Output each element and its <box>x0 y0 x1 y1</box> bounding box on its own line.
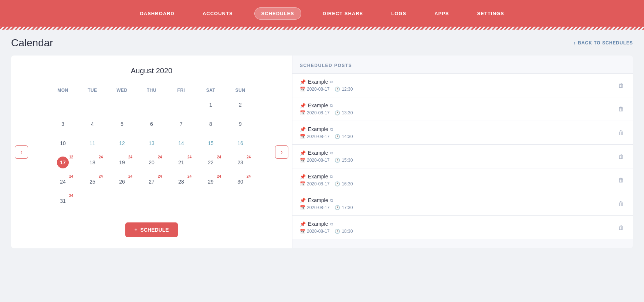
calendar-cell[interactable]: 2427 <box>137 174 166 192</box>
calendar-day-number[interactable]: 7 <box>175 118 187 130</box>
calendar-cell[interactable]: 13 <box>137 136 166 154</box>
calendar-cell[interactable]: 2428 <box>166 174 196 192</box>
calendar-cell[interactable]: 2 <box>226 97 255 115</box>
calendar-cell[interactable]: 2431 <box>48 194 78 211</box>
calendar-icon: 📅 <box>300 87 305 92</box>
calendar-cell[interactable]: 2424 <box>48 174 78 192</box>
calendar-cell[interactable]: 4 <box>78 117 107 134</box>
calendar-cell[interactable]: 14 <box>166 136 196 154</box>
calendar-day-number[interactable]: 1 <box>205 99 217 111</box>
calendar-cell[interactable]: 2425 <box>78 174 107 192</box>
calendar-day-number[interactable]: 11 <box>87 137 98 149</box>
calendar-day-number[interactable]: 13 <box>146 137 157 149</box>
delete-post-button[interactable]: 🗑 <box>617 175 626 185</box>
calendar-cell[interactable]: 6 <box>137 117 166 134</box>
nav-item-apps[interactable]: APPS <box>428 8 455 19</box>
delete-post-button[interactable]: 🗑 <box>617 81 626 90</box>
calendar-cell[interactable]: 2422 <box>196 155 226 173</box>
calendar-day-number[interactable]: 4 <box>87 118 98 130</box>
delete-post-button[interactable]: 🗑 <box>617 104 626 114</box>
calendar-day-number[interactable]: 25 <box>87 176 98 188</box>
external-link-icon[interactable]: ⧉ <box>330 174 333 179</box>
calendar-prev-button[interactable]: ‹ <box>15 145 28 159</box>
nav-item-settings[interactable]: SETTINGS <box>471 8 511 19</box>
post-time-meta: 🕐 18:30 <box>335 229 353 234</box>
nav-item-dashboard[interactable]: DASHBOARD <box>133 8 181 19</box>
post-date-meta: 📅 2020-08-17 <box>300 110 329 115</box>
calendar-day-number[interactable]: 23 <box>234 157 246 168</box>
external-link-icon[interactable]: ⧉ <box>330 127 333 132</box>
calendar-cell[interactable]: 2421 <box>166 155 196 173</box>
calendar-day-number[interactable]: 18 <box>87 157 98 168</box>
post-name: Example <box>308 79 328 85</box>
calendar-badge: 24 <box>247 155 251 159</box>
calendar-day-number[interactable]: 22 <box>205 157 217 168</box>
calendar-cell[interactable]: 5 <box>107 117 137 134</box>
external-link-icon[interactable]: ⧉ <box>330 222 333 226</box>
calendar-next-button[interactable]: › <box>275 145 288 159</box>
weekday-label-wed: WED <box>107 86 137 94</box>
calendar-day-number[interactable]: 10 <box>57 137 69 149</box>
nav-item-logs[interactable]: LOGS <box>384 8 413 19</box>
calendar-cell[interactable]: 2423 <box>226 155 255 173</box>
calendar-cell[interactable]: 7 <box>166 117 196 134</box>
clock-icon: 🕐 <box>335 134 340 139</box>
calendar-cell[interactable]: 10 <box>48 136 78 154</box>
calendar-day-number[interactable]: 17 <box>57 157 69 168</box>
calendar-day-number[interactable]: 20 <box>146 157 157 168</box>
calendar-cell[interactable]: 2420 <box>137 155 166 173</box>
calendar-cell[interactable]: 1217 <box>48 155 78 173</box>
calendar-cell[interactable]: 16 <box>226 136 255 154</box>
delete-post-button[interactable]: 🗑 <box>617 152 626 161</box>
calendar-day-number[interactable]: 29 <box>205 176 217 188</box>
calendar-cell[interactable]: 2430 <box>226 174 255 192</box>
nav-item-accounts[interactable]: ACCOUNTS <box>196 8 240 19</box>
calendar-day-number[interactable]: 16 <box>234 137 246 149</box>
weekday-label-mon: MON <box>48 86 78 94</box>
external-link-icon[interactable]: ⧉ <box>330 80 333 84</box>
calendar-day-number[interactable]: 15 <box>205 137 217 149</box>
calendar-cell[interactable]: 2429 <box>196 174 226 192</box>
calendar-cell[interactable]: 11 <box>78 136 107 154</box>
calendar-day-number[interactable]: 28 <box>175 176 187 188</box>
calendar-cell[interactable]: 1 <box>196 97 226 115</box>
calendar-day-number[interactable]: 9 <box>234 118 246 130</box>
calendar-day-number[interactable]: 14 <box>175 137 187 149</box>
external-link-icon[interactable]: ⧉ <box>330 103 333 108</box>
nav-item-schedules[interactable]: SCHEDULES <box>254 7 301 20</box>
calendar-cell[interactable]: 15 <box>196 136 226 154</box>
nav-item-direct-share[interactable]: DIRECT SHARE <box>316 8 370 19</box>
calendar-day-number[interactable]: 3 <box>57 118 69 130</box>
calendar-day-number[interactable]: 2 <box>234 99 246 111</box>
calendar-cell[interactable]: 8 <box>196 117 226 134</box>
calendar-day-number[interactable]: 24 <box>57 176 69 188</box>
calendar-cell[interactable]: 2418 <box>78 155 107 173</box>
back-to-schedules-link[interactable]: ‹ BACK TO SCHEDULES <box>574 40 633 46</box>
post-time-meta: 🕐 13:30 <box>335 110 353 115</box>
calendar-cell[interactable]: 12 <box>107 136 137 154</box>
calendar-day-number[interactable]: 6 <box>146 118 157 130</box>
calendar-day-number[interactable]: 12 <box>116 137 128 149</box>
calendar-cell[interactable]: 2426 <box>107 174 137 192</box>
calendar-day-number[interactable]: 21 <box>175 157 187 168</box>
schedule-button[interactable]: + SCHEDULE <box>125 222 177 237</box>
calendar-day-number[interactable]: 8 <box>205 118 217 130</box>
calendar-day-number[interactable]: 5 <box>116 118 128 130</box>
post-title-row: 📌 Example ⧉ <box>300 197 353 203</box>
delete-post-button[interactable]: 🗑 <box>617 223 626 232</box>
calendar-day-number[interactable]: 19 <box>116 157 128 168</box>
calendar-cell[interactable]: 9 <box>226 117 255 134</box>
external-link-icon[interactable]: ⧉ <box>330 151 333 155</box>
weekday-label-tue: TUE <box>78 86 107 94</box>
calendar-day-number[interactable]: 27 <box>146 176 157 188</box>
calendar-day-number[interactable]: 31 <box>57 195 69 207</box>
external-link-icon[interactable]: ⧉ <box>330 198 333 203</box>
calendar-day-number[interactable]: 26 <box>116 176 128 188</box>
calendar-day-number[interactable]: 30 <box>234 176 246 188</box>
calendar-cell <box>137 97 166 115</box>
calendar-cell[interactable]: 2419 <box>107 155 137 173</box>
delete-post-button[interactable]: 🗑 <box>617 128 626 138</box>
calendar-cell <box>226 194 255 211</box>
delete-post-button[interactable]: 🗑 <box>617 199 626 209</box>
calendar-cell[interactable]: 3 <box>48 117 78 134</box>
